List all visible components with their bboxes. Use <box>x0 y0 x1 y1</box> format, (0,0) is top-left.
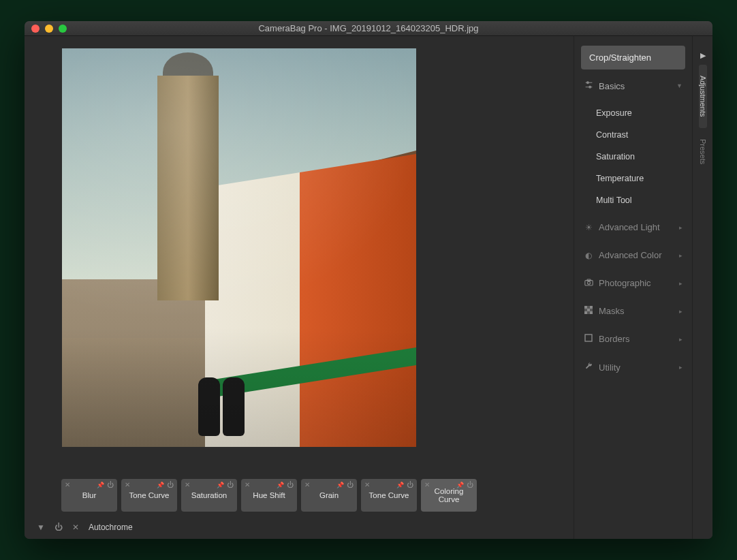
chevron-right-icon: ▸ <box>679 308 683 315</box>
chip-label: Tone Curve <box>129 491 170 499</box>
chip-coloring-curve[interactable]: ✕📌⏻Coloring Curve <box>421 479 477 512</box>
chevron-down-icon: ▼ <box>676 82 683 89</box>
chip-label: Saturation <box>191 491 227 499</box>
chip-grain[interactable]: ✕📌⏻Grain <box>301 479 357 512</box>
adjustments-sidebar: Crop/Straighten Basics ▼ Exposure Contra… <box>574 36 692 539</box>
bottom-bar: ▼ ⏻ ✕ Autochrome <box>25 516 574 539</box>
power-icon[interactable]: ⏻ <box>407 481 413 488</box>
pin-icon[interactable]: 📌 <box>456 482 464 488</box>
chevron-right-icon: ▸ <box>679 364 683 371</box>
section-advanced-light[interactable]: ☀ Advanced Light ▸ <box>581 215 685 239</box>
window-title: CameraBag Pro - IMG_20191012_164023205_H… <box>25 23 712 33</box>
app-body: ✕📌⏻Blur✕📌⏻Tone Curve✕📌⏻Saturation✕📌⏻Hue … <box>25 36 712 539</box>
svg-point-5 <box>587 281 590 284</box>
chip-label: Hue Shift <box>253 491 285 499</box>
close-chip-icon[interactable]: ✕ <box>125 481 130 488</box>
chevron-right-icon: ▸ <box>679 336 683 343</box>
svg-rect-11 <box>584 311 587 314</box>
zoom-icon[interactable] <box>59 25 67 33</box>
sun-icon: ☀ <box>584 223 593 232</box>
section-photographic-label: Photographic <box>599 278 651 288</box>
preset-name: Autochrome <box>89 523 133 532</box>
power-icon[interactable]: ⏻ <box>347 481 354 488</box>
section-basics[interactable]: Basics ▼ <box>581 74 685 98</box>
close-chip-icon[interactable]: ✕ <box>424 481 430 488</box>
chip-tone-curve[interactable]: ✕📌⏻Tone Curve <box>121 479 177 512</box>
crop-straighten-button[interactable]: Crop/Straighten <box>581 46 685 69</box>
chip-hue-shift[interactable]: ✕📌⏻Hue Shift <box>241 479 297 512</box>
chip-blur[interactable]: ✕📌⏻Blur <box>61 479 117 512</box>
close-chip-icon[interactable]: ✕ <box>304 481 310 488</box>
section-borders[interactable]: Borders ▸ <box>581 327 685 351</box>
chip-label: Coloring Curve <box>424 487 474 503</box>
chip-label: Tone Curve <box>369 491 409 499</box>
svg-point-2 <box>586 82 589 84</box>
sub-contrast[interactable]: Contrast <box>596 124 685 146</box>
sliders-icon <box>584 80 593 91</box>
window-controls <box>25 25 67 33</box>
power-icon[interactable]: ⏻ <box>287 481 294 488</box>
close-chip-icon[interactable]: ✕ <box>185 481 190 488</box>
main-panel: ✕📌⏻Blur✕📌⏻Tone Curve✕📌⏻Saturation✕📌⏻Hue … <box>25 36 574 539</box>
checker-icon <box>584 306 593 316</box>
close-chip-icon[interactable]: ✕ <box>65 481 70 488</box>
expand-down-icon[interactable]: ▼ <box>37 523 45 532</box>
adjustment-chips: ✕📌⏻Blur✕📌⏻Tone Curve✕📌⏻Saturation✕📌⏻Hue … <box>25 472 574 516</box>
power-icon[interactable]: ⏻ <box>107 481 114 488</box>
sub-temperature[interactable]: Temperature <box>596 168 685 189</box>
power-icon[interactable]: ⏻ <box>167 481 174 488</box>
border-icon <box>584 334 593 344</box>
collapse-sidebar-icon[interactable]: ▶ <box>700 46 706 65</box>
section-adv-color-label: Advanced Color <box>599 250 662 260</box>
close-chip-icon[interactable]: ✕ <box>364 481 370 488</box>
section-adv-light-label: Advanced Light <box>599 222 660 232</box>
chevron-right-icon: ▸ <box>679 280 683 287</box>
svg-point-3 <box>589 86 591 88</box>
palette-icon: ◐ <box>584 251 593 260</box>
basics-subitems: Exposure Contrast Saturation Temperature… <box>581 102 685 211</box>
chip-tone-curve[interactable]: ✕📌⏻Tone Curve <box>361 479 417 512</box>
pin-icon[interactable]: 📌 <box>97 482 104 488</box>
section-masks[interactable]: Masks ▸ <box>581 299 685 323</box>
chevron-right-icon: ▸ <box>679 224 683 231</box>
camera-icon <box>584 279 593 288</box>
power-icon[interactable]: ⏻ <box>54 523 63 532</box>
svg-rect-8 <box>584 306 587 309</box>
chip-label: Grain <box>319 491 339 499</box>
section-utility[interactable]: Utility ▸ <box>581 355 685 379</box>
rail-tabs: ▶ Adjustments Presets <box>692 36 712 539</box>
pin-icon[interactable]: 📌 <box>277 482 284 488</box>
chip-label: Blur <box>82 491 96 499</box>
pin-icon[interactable]: 📌 <box>336 482 344 488</box>
section-photographic[interactable]: Photographic ▸ <box>581 271 685 295</box>
section-advanced-color[interactable]: ◐ Advanced Color ▸ <box>581 243 685 267</box>
section-borders-label: Borders <box>599 334 630 344</box>
minimize-icon[interactable] <box>45 25 53 33</box>
pin-icon[interactable]: 📌 <box>396 482 404 488</box>
svg-rect-9 <box>590 306 593 309</box>
power-icon[interactable]: ⏻ <box>227 481 234 488</box>
svg-rect-13 <box>585 335 592 341</box>
section-basics-label: Basics <box>599 81 625 91</box>
close-preset-icon[interactable]: ✕ <box>72 523 79 532</box>
image-canvas[interactable] <box>25 36 574 472</box>
svg-rect-12 <box>590 311 593 314</box>
sub-exposure[interactable]: Exposure <box>596 102 685 124</box>
photo-preview <box>62 48 416 447</box>
sub-saturation[interactable]: Saturation <box>596 146 685 168</box>
wrench-icon <box>584 362 593 373</box>
section-masks-label: Masks <box>599 306 625 316</box>
tab-presets[interactable]: Presets <box>699 128 707 175</box>
sub-multitool[interactable]: Multi Tool <box>596 189 685 211</box>
pin-icon[interactable]: 📌 <box>157 482 164 488</box>
chevron-right-icon: ▸ <box>679 252 683 259</box>
app-window: CameraBag Pro - IMG_20191012_164023205_H… <box>25 21 712 539</box>
svg-rect-10 <box>587 309 590 311</box>
chip-saturation[interactable]: ✕📌⏻Saturation <box>181 479 237 512</box>
pin-icon[interactable]: 📌 <box>217 482 224 488</box>
titlebar: CameraBag Pro - IMG_20191012_164023205_H… <box>25 21 712 36</box>
tab-adjustments[interactable]: Adjustments <box>699 65 707 128</box>
close-icon[interactable] <box>31 25 40 33</box>
power-icon[interactable]: ⏻ <box>467 481 473 488</box>
close-chip-icon[interactable]: ✕ <box>245 481 250 488</box>
